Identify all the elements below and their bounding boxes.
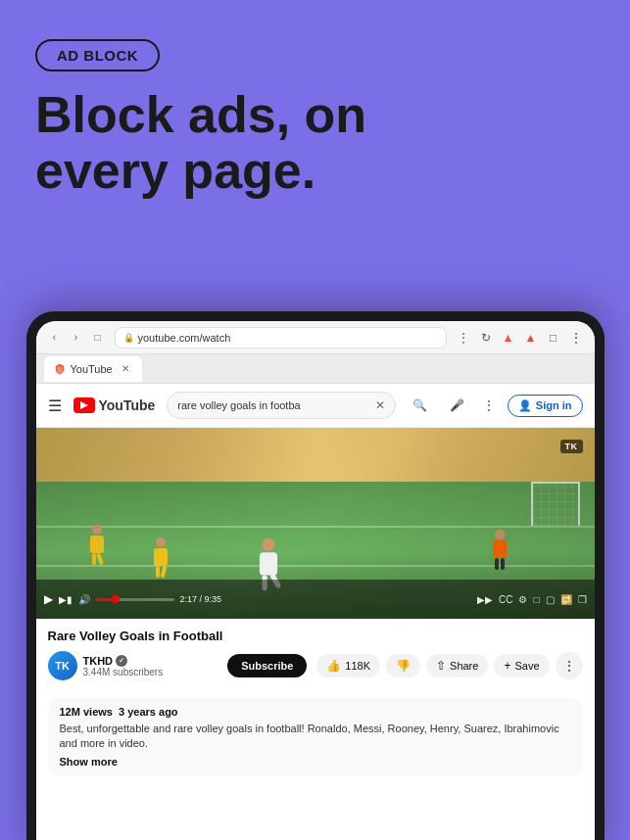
user-circle-icon: 👤 bbox=[518, 399, 532, 412]
header-more-button[interactable]: ⋮ bbox=[482, 397, 496, 413]
like-count: 118K bbox=[345, 660, 370, 672]
forward-button[interactable]: › bbox=[68, 329, 85, 347]
time-display: 2:17 / 9:35 bbox=[180, 594, 222, 604]
video-controls[interactable]: ▶ ▶▮ 🔊 2:17 / 9:35 ▶▶ CC ⚙ bbox=[36, 580, 595, 619]
cast-button[interactable]: 🔂 bbox=[560, 594, 572, 605]
share-label: Share bbox=[450, 660, 478, 672]
thumbs-down-icon: 👎 bbox=[396, 659, 411, 673]
fullscreen-button[interactable]: ❐ bbox=[578, 594, 587, 605]
upload-time: 3 years ago bbox=[119, 706, 178, 718]
mic-button[interactable]: 🎤 bbox=[445, 393, 470, 418]
description-text: Best, unforgettable and rare volley goal… bbox=[60, 722, 571, 752]
brave-alert-icon[interactable]: ▲ bbox=[522, 329, 540, 347]
video-player[interactable]: TK ▶ ▶▮ 🔊 2:17 / 9:35 ▶▶ bbox=[36, 428, 595, 619]
tab-favicon bbox=[54, 363, 66, 375]
device-frame: ‹ › □ 🔒 youtube.com/watch ⋮ ↻ ▲ ▲ □ ⋮ bbox=[26, 311, 605, 840]
tab-close-button[interactable]: ✕ bbox=[121, 363, 129, 374]
back-button[interactable]: ‹ bbox=[46, 329, 64, 347]
thumbs-up-icon: 👍 bbox=[326, 659, 341, 673]
menu-icon[interactable]: ☰ bbox=[48, 397, 62, 415]
save-label: Save bbox=[514, 660, 539, 672]
headline-line2: every page. bbox=[35, 143, 595, 199]
save-button[interactable]: + Save bbox=[494, 654, 549, 677]
video-watermark: TK bbox=[560, 440, 583, 453]
more-button[interactable]: ⋮ bbox=[567, 329, 585, 347]
volume-button[interactable]: 🔊 bbox=[78, 594, 90, 605]
home-button[interactable]: □ bbox=[89, 329, 107, 347]
youtube-header: ☰ YouTube rare volley goals in footba ✕ … bbox=[36, 384, 595, 428]
search-text: rare volley goals in footba bbox=[177, 399, 369, 411]
youtube-logo-text: YouTube bbox=[99, 397, 156, 413]
search-button[interactable]: 🔍 bbox=[408, 393, 433, 418]
headline: Block ads, on every page. bbox=[35, 87, 595, 199]
description-section: 12M views 3 years ago Best, unforgettabl… bbox=[48, 698, 583, 775]
more-actions-button[interactable]: ⋮ bbox=[556, 652, 583, 679]
tabs-icon[interactable]: ⋮ bbox=[455, 329, 472, 347]
player-controls-right: ▶▶ CC ⚙ □ ▢ 🔂 ❐ bbox=[477, 594, 587, 605]
miniplayer-button[interactable]: □ bbox=[533, 594, 539, 605]
brave-shield-icon[interactable]: ▲ bbox=[500, 329, 517, 347]
autoplay-toggle[interactable]: ▶▶ bbox=[477, 594, 493, 605]
device-screen: ‹ › □ 🔒 youtube.com/watch ⋮ ↻ ▲ ▲ □ ⋮ bbox=[36, 321, 595, 840]
lock-icon: 🔒 bbox=[123, 333, 134, 343]
browser-top-bar: ‹ › □ 🔒 youtube.com/watch ⋮ ↻ ▲ ▲ □ ⋮ bbox=[36, 321, 595, 354]
share-icon: ⇧ bbox=[436, 659, 446, 673]
next-button[interactable]: ▶▮ bbox=[59, 594, 73, 605]
channel-info: TKHD ✓ 3.44M subscribers bbox=[83, 655, 164, 677]
tab-title: YouTube bbox=[71, 363, 113, 375]
video-meta: 12M views 3 years ago bbox=[60, 706, 571, 718]
video-title: Rare Volley Goals in Football bbox=[48, 629, 583, 643]
dislike-button[interactable]: 👎 bbox=[386, 654, 420, 677]
action-buttons: 👍 118K 👎 ⇧ Share + Save bbox=[316, 652, 582, 679]
browser-nav-buttons: ‹ › □ bbox=[46, 329, 107, 347]
progress-bar[interactable] bbox=[96, 598, 174, 601]
captions-button[interactable]: CC bbox=[499, 594, 512, 605]
extension-icon[interactable]: □ bbox=[545, 329, 562, 347]
search-clear-icon[interactable]: ✕ bbox=[375, 398, 385, 412]
tab-youtube[interactable]: YouTube ✕ bbox=[44, 356, 142, 382]
browser-actions: ⋮ ↻ ▲ ▲ □ ⋮ bbox=[455, 329, 585, 347]
show-more-button[interactable]: Show more bbox=[60, 756, 571, 768]
theater-button[interactable]: ▢ bbox=[546, 594, 555, 605]
share-button[interactable]: ⇧ Share bbox=[426, 654, 488, 677]
verified-icon: ✓ bbox=[116, 655, 127, 667]
channel-name: TKHD ✓ bbox=[83, 655, 164, 667]
video-info: Rare Volley Goals in Football TK TKHD ✓ … bbox=[36, 619, 595, 690]
device-wrapper: ‹ › □ 🔒 youtube.com/watch ⋮ ↻ ▲ ▲ □ ⋮ bbox=[26, 311, 605, 840]
sign-in-button[interactable]: 👤 Sign in bbox=[508, 395, 583, 417]
refresh-icon[interactable]: ↻ bbox=[477, 329, 495, 347]
play-button[interactable]: ▶ bbox=[44, 592, 53, 606]
youtube-logo[interactable]: YouTube bbox=[73, 397, 156, 413]
channel-avatar[interactable]: TK bbox=[48, 651, 77, 680]
url-text: youtube.com/watch bbox=[138, 332, 231, 344]
tab-bar: YouTube ✕ bbox=[36, 354, 595, 384]
ad-block-badge: AD BLOCK bbox=[35, 39, 160, 71]
save-icon: + bbox=[504, 659, 510, 673]
address-bar[interactable]: 🔒 youtube.com/watch bbox=[115, 327, 447, 349]
search-bar[interactable]: rare volley goals in footba ✕ bbox=[167, 392, 396, 419]
subscriber-count: 3.44M subscribers bbox=[83, 667, 164, 677]
youtube-logo-icon bbox=[73, 397, 95, 413]
subscribe-button[interactable]: Subscribe bbox=[227, 654, 307, 677]
channel-action-row: TK TKHD ✓ 3.44M subscribers Subscribe 👍 … bbox=[48, 651, 583, 680]
like-button[interactable]: 👍 118K bbox=[316, 654, 380, 677]
progress-dot bbox=[112, 595, 120, 603]
headline-line1: Block ads, on bbox=[35, 87, 595, 143]
sign-in-label: Sign in bbox=[536, 399, 572, 411]
view-count: 12M views bbox=[60, 706, 113, 718]
settings-button[interactable]: ⚙ bbox=[518, 594, 527, 605]
promo-section: AD BLOCK Block ads, on every page. bbox=[0, 0, 630, 228]
